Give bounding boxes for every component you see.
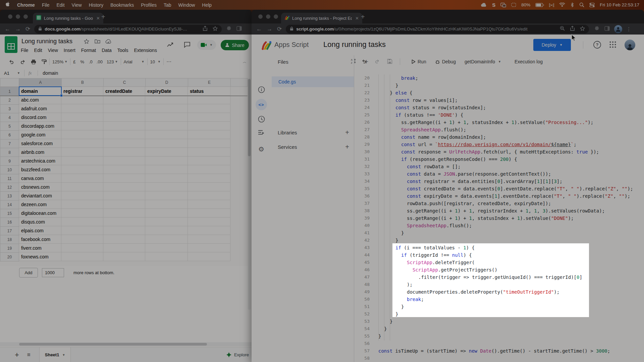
code-line-41[interactable]: 41} [354, 229, 644, 237]
cell-B10[interactable] [61, 165, 103, 174]
code-line-32[interactable]: 32const rowData = []; [354, 163, 644, 170]
minimize-window-button[interactable] [266, 14, 270, 19]
cell-A20[interactable]: foxnews.com [19, 252, 61, 261]
cell-D4[interactable] [145, 113, 188, 122]
cell-E17[interactable] [188, 226, 230, 235]
row-header-4[interactable]: 4 [0, 113, 19, 122]
cell-C11[interactable] [103, 174, 145, 183]
menu-item[interactable]: History [89, 2, 104, 8]
cell-E3[interactable] [188, 104, 230, 113]
sheets-menu-extensions[interactable]: Extensions [134, 48, 157, 53]
font-size-select[interactable]: 10▼ [150, 59, 161, 64]
vertical-scrollbar-thumb[interactable] [248, 79, 251, 156]
code-line-23[interactable]: 23const row = values[i]; [354, 97, 644, 104]
format-percent-button[interactable]: % [80, 59, 84, 64]
cell-A19[interactable]: fiverr.com [19, 244, 61, 252]
row-header-10[interactable]: 10 [0, 165, 19, 174]
explore-button[interactable]: Explore [226, 352, 249, 358]
file-code-gs[interactable]: Code.gs [272, 76, 354, 87]
cell-E2[interactable] [188, 96, 230, 104]
code-line-20[interactable]: 20break; [354, 74, 644, 82]
sheets-menu-file[interactable]: File [21, 48, 29, 53]
menu-item[interactable]: Edit [56, 2, 64, 8]
cell-B6[interactable] [61, 130, 103, 139]
code-line-47[interactable]: 47.filter(trigger => trigger.getUniqueId… [354, 274, 644, 281]
cell-A16[interactable]: disqus.com [19, 218, 61, 226]
decrease-decimal-button[interactable]: .0 [89, 59, 93, 64]
row-header-14[interactable]: 14 [0, 200, 19, 209]
cell-B2[interactable] [61, 96, 103, 104]
project-title[interactable]: Long running tasks [323, 40, 386, 49]
cell-B15[interactable] [61, 209, 103, 218]
menu-item[interactable]: Tab [164, 2, 171, 8]
doc-title[interactable]: Long running tasks [21, 38, 72, 45]
code-line-43[interactable]: 43if (i === totalValues - 1) { [354, 244, 644, 251]
cell-D17[interactable] [145, 226, 188, 235]
cell-B20[interactable] [61, 252, 103, 261]
sheet-tab-sheet1[interactable]: Sheet1 ▼ [39, 347, 71, 362]
code-line-36[interactable]: 36const expiryDate = data.events[1].even… [354, 192, 644, 200]
sheets-menu-edit[interactable]: Edit [34, 48, 42, 53]
wifi-icon[interactable] [559, 3, 565, 7]
row-header-2[interactable]: 2 [0, 96, 19, 105]
more-toolbar-button[interactable]: ⋯ [166, 59, 171, 65]
cell-B18[interactable] [61, 235, 103, 244]
column-header-C[interactable]: C [103, 78, 146, 87]
cell-B19[interactable] [61, 244, 103, 252]
code-line-58[interactable]: 58 [354, 355, 644, 362]
apple-menu-icon[interactable] [5, 2, 10, 8]
cell-B1[interactable]: registrar [61, 87, 103, 96]
cell-D18[interactable] [145, 235, 188, 244]
zoom-window-button[interactable] [23, 14, 28, 19]
cell-B9[interactable] [61, 157, 103, 165]
code-line-48[interactable]: 48); [354, 281, 644, 288]
cell-D19[interactable] [145, 244, 188, 252]
code-line-50[interactable]: 50break; [354, 296, 644, 303]
row-header-13[interactable]: 13 [0, 191, 19, 200]
row-header-3[interactable]: 3 [0, 104, 19, 113]
back-icon[interactable]: ← [256, 26, 262, 33]
star-doc-icon[interactable] [84, 39, 89, 45]
zoom-select[interactable]: 125%▼ [52, 59, 67, 64]
cell-C6[interactable] [103, 130, 145, 139]
minimize-window-button[interactable] [16, 14, 20, 19]
cell-B14[interactable] [61, 200, 103, 209]
cell-C9[interactable] [103, 157, 145, 165]
save-icon[interactable] [387, 59, 392, 65]
cell-C4[interactable] [103, 113, 145, 122]
code-line-40[interactable]: 40SpreadsheetApp.flush(); [354, 222, 644, 229]
cell-C17[interactable] [103, 226, 145, 235]
bluetooth-icon[interactable] [570, 2, 574, 7]
google-apps-grid-icon[interactable] [609, 41, 616, 50]
cell-E18[interactable] [188, 235, 230, 244]
apps-script-brand[interactable]: Apps Script [274, 41, 309, 49]
cell-A9[interactable]: arstechnica.com [19, 157, 61, 165]
cell-C5[interactable] [103, 122, 145, 130]
settings-gear-icon[interactable]: ⚙ [252, 145, 271, 153]
code-line-33[interactable]: 33const data = JSON.parse(response.getCo… [354, 170, 644, 178]
cell-A14[interactable]: dezeen.com [19, 200, 61, 209]
sheets-menu-insert[interactable]: Insert [64, 48, 75, 53]
cell-C19[interactable] [103, 244, 145, 252]
cell-D12[interactable] [145, 183, 188, 191]
redo-icon[interactable] [20, 59, 25, 64]
cell-E15[interactable] [188, 209, 230, 218]
cell-E13[interactable] [188, 191, 230, 200]
cell-E16[interactable] [188, 218, 230, 226]
editor-code-icon[interactable]: <> [252, 99, 271, 110]
row-header-7[interactable]: 7 [0, 139, 19, 148]
menu-clock[interactable]: Fri 10 Feb 22:53:17 [600, 2, 639, 7]
code-line-46[interactable]: 46ScriptApp.getProjectTriggers() [354, 266, 644, 274]
cloud-saved-icon[interactable] [105, 39, 112, 45]
code-line-49[interactable]: 49documentProperties.deleteProperty("tim… [354, 288, 644, 296]
menu-item[interactable]: Help [202, 2, 212, 8]
column-header-E[interactable]: E [188, 78, 231, 87]
cell-E7[interactable] [188, 139, 230, 148]
code-line-35[interactable]: 35const createdDate = data.events[0].eve… [354, 185, 644, 192]
libraries-section[interactable]: Libraries + [271, 127, 354, 138]
add-rows-button[interactable]: Add [19, 268, 38, 278]
cell-D7[interactable] [145, 139, 188, 148]
battery-icon[interactable] [535, 3, 544, 7]
cell-B13[interactable] [61, 191, 103, 200]
cell-D5[interactable] [145, 122, 188, 130]
